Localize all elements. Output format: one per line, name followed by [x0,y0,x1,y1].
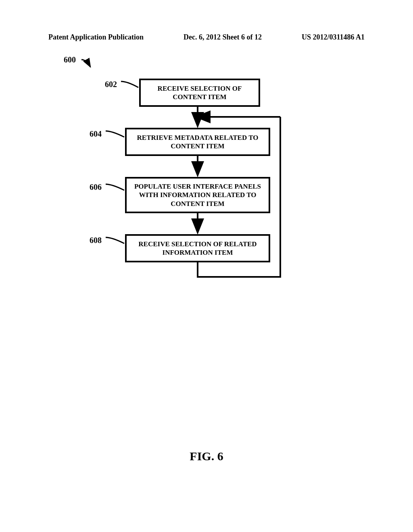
figure-reference-number: 600 [64,55,76,64]
flowchart-label-604: 604 [90,129,102,139]
flowchart-label-608: 608 [90,236,102,245]
flowchart-box-602: RECEIVE SELECTION OF CONTENT ITEM [139,79,260,107]
flowchart-box-602-text: RECEIVE SELECTION OF CONTENT ITEM [146,84,254,102]
page-header: Patent Application Publication Dec. 6, 2… [0,33,413,42]
header-pub-number: US 2012/0311486 A1 [302,33,365,42]
header-publication: Patent Application Publication [48,33,144,42]
feedback-loop-icon [194,116,290,285]
label-leader-602-icon [120,79,140,91]
label-leader-604-icon [105,129,127,141]
flowchart-label-602: 602 [105,80,117,89]
label-leader-608-icon [105,235,127,247]
flowchart-label-606: 606 [90,183,102,192]
figure-reference-arrow-icon [81,57,97,73]
figure-caption: FIG. 6 [0,449,413,463]
header-date-sheet: Dec. 6, 2012 Sheet 6 of 12 [184,33,262,42]
label-leader-606-icon [105,182,127,194]
